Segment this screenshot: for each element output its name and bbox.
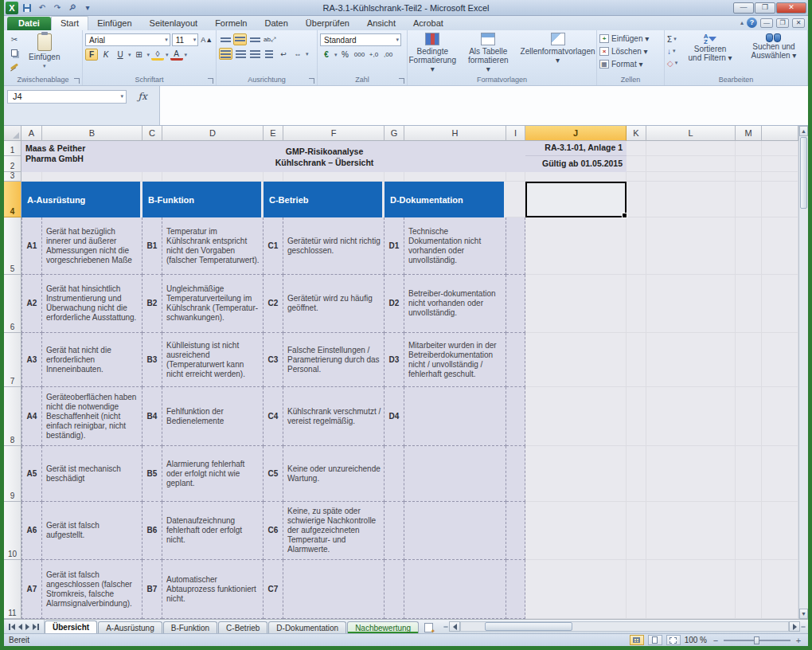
risk-filler-cell[interactable]	[506, 502, 525, 560]
borders-icon[interactable]: ⊞	[133, 49, 146, 61]
selected-cell-j4[interactable]	[525, 182, 627, 217]
underline-dropdown-icon[interactable]: ▾	[128, 52, 131, 58]
risk-filler-cell[interactable]	[506, 560, 525, 619]
header-c-betrieb[interactable]: C-Betrieb	[264, 182, 385, 217]
valid-from-cell[interactable]: Gültig ab 01.05.2015	[525, 156, 627, 172]
merge-center-icon[interactable]: ⇔	[291, 48, 304, 60]
grid-cell[interactable]	[646, 156, 736, 172]
grid-cell[interactable]	[627, 141, 646, 156]
tab-ansicht[interactable]: Ansicht	[358, 17, 404, 30]
risk-text-cell[interactable]	[404, 560, 506, 619]
doc-restore-button[interactable]: ❐	[776, 18, 789, 28]
column-header-A[interactable]: A	[21, 126, 42, 141]
fill-color-icon[interactable]: ◊	[151, 49, 164, 61]
indent-icon[interactable]	[263, 48, 275, 60]
align-middle-icon[interactable]	[233, 33, 247, 45]
risk-id-cell[interactable]: C5	[264, 446, 283, 502]
tab-start[interactable]: Start	[51, 16, 88, 30]
grid-cell[interactable]	[21, 172, 42, 182]
column-header-D[interactable]: D	[162, 126, 264, 141]
vertical-scroll-track[interactable]	[799, 209, 808, 609]
vertical-scrollbar[interactable]: ▲ ▼	[798, 126, 808, 619]
horizontal-scroll-track[interactable]	[460, 621, 789, 632]
risk-text-cell[interactable]: Technische Dokumentation nicht vorhanden…	[404, 217, 506, 275]
risk-id-cell[interactable]: D1	[385, 217, 404, 275]
risk-text-cell[interactable]: Gerät hat hinsichtlich Instrumentierung …	[42, 275, 142, 333]
grid-cell[interactable]	[525, 387, 627, 446]
risk-id-cell[interactable]: B4	[142, 387, 162, 446]
save-button[interactable]	[21, 2, 33, 14]
grid-cell[interactable]	[283, 172, 385, 182]
column-header-B[interactable]: B	[42, 126, 142, 141]
risk-text-cell[interactable]: Ungleichmäßige Temperaturverteilung im K…	[162, 275, 264, 333]
risk-id-cell[interactable]: C7	[264, 560, 283, 619]
grid-cell[interactable]	[525, 333, 627, 387]
risk-text-cell[interactable]: Keine oder unzureichende Wartung.	[283, 446, 385, 502]
risk-text-cell[interactable]: Gerät hat bezüglich innerer und äußerer …	[42, 217, 142, 275]
grid-cell[interactable]	[646, 446, 736, 502]
grid-cell[interactable]	[627, 560, 646, 619]
merge-dropdown-icon[interactable]: ▾	[306, 51, 309, 57]
dialog-launcher-icon[interactable]	[309, 78, 314, 84]
find-select-button[interactable]: Suchen und Auswählen ▾	[743, 32, 805, 61]
tab-einfuegen[interactable]: Einfügen	[88, 17, 140, 30]
grid-cell[interactable]	[627, 172, 646, 182]
zoom-slider[interactable]	[724, 640, 791, 641]
risk-filler-cell[interactable]	[506, 446, 525, 502]
orientation-icon[interactable]: ab⤢	[263, 33, 276, 45]
tab-acrobat[interactable]: Acrobat	[404, 17, 452, 30]
grid-cell[interactable]	[627, 182, 646, 217]
grid-cell[interactable]	[736, 560, 762, 619]
percent-style-icon[interactable]: %	[339, 49, 352, 61]
font-size-combo[interactable]: 11▾	[172, 33, 199, 46]
risk-text-cell[interactable]: Automatischer Abtauprozess funktioniert …	[162, 560, 264, 619]
risk-id-cell[interactable]	[385, 560, 404, 619]
risk-text-cell[interactable]: Geräteoberflächen haben nicht die notwen…	[42, 387, 142, 446]
comma-style-icon[interactable]: 000	[353, 49, 366, 61]
column-header-J[interactable]: J	[525, 126, 627, 141]
risk-id-cell[interactable]: C6	[264, 502, 283, 560]
column-header-L[interactable]: L	[646, 126, 736, 141]
sheet-tab-nachbewertung[interactable]: Nachbewertung	[347, 621, 419, 633]
grid-cell[interactable]	[736, 333, 762, 387]
risk-id-cell[interactable]: D3	[385, 333, 404, 387]
dialog-launcher-icon[interactable]	[208, 78, 213, 84]
risk-id-cell[interactable]: A2	[21, 275, 42, 333]
grid-cell[interactable]	[627, 275, 646, 333]
risk-id-cell[interactable]: B6	[142, 502, 162, 560]
format-as-table-button[interactable]: Als Tabelle formatieren ▾	[463, 32, 513, 74]
align-left-icon[interactable]	[219, 48, 232, 60]
risk-text-cell[interactable]: Gerätetür wird zu häufig geöffnet.	[283, 275, 385, 333]
risk-filler-cell[interactable]	[506, 275, 525, 333]
undo-button[interactable]: ↶	[36, 2, 49, 14]
risk-text-cell[interactable]: Gerät ist falsch angeschlossen (falscher…	[42, 560, 142, 619]
name-box[interactable]: J4▾	[7, 90, 127, 104]
grid-cell[interactable]	[736, 217, 762, 275]
grid-cell[interactable]	[525, 560, 627, 619]
grid-cell[interactable]	[627, 217, 646, 275]
zoom-out-icon[interactable]: −	[711, 636, 720, 645]
grid-cell[interactable]	[736, 172, 762, 182]
risk-id-cell[interactable]: A4	[21, 387, 42, 446]
risk-text-cell[interactable]: Kühlleistung ist nicht ausreichend (Temp…	[162, 333, 264, 387]
risk-id-cell[interactable]: B7	[142, 560, 162, 619]
grid-cell[interactable]	[736, 387, 762, 446]
close-button[interactable]: ✕	[776, 2, 806, 14]
sheet-tab-c-betrieb[interactable]: C-Betrieb	[218, 621, 267, 633]
grid-cell[interactable]	[762, 182, 798, 217]
risk-id-cell[interactable]: B3	[142, 333, 162, 387]
risk-id-cell[interactable]: A6	[21, 502, 42, 560]
column-header-K[interactable]: K	[627, 126, 646, 141]
fill-dropdown-icon[interactable]: ▾	[166, 52, 169, 58]
risk-text-cell[interactable]: Gerät ist mechanisch beschädigt	[42, 446, 142, 502]
grid-cell[interactable]	[404, 172, 506, 182]
risk-filler-cell[interactable]	[506, 217, 525, 275]
dialog-launcher-icon[interactable]	[74, 78, 80, 84]
zoom-slider-thumb[interactable]	[754, 636, 759, 644]
tab-splitter[interactable]	[443, 626, 448, 628]
risk-id-cell[interactable]: C2	[264, 275, 283, 333]
doc-minimize-button[interactable]: —	[760, 18, 773, 28]
grid-cell[interactable]	[525, 502, 627, 560]
help-icon[interactable]: ?	[747, 18, 757, 28]
row-header-5[interactable]: 5	[4, 217, 21, 275]
